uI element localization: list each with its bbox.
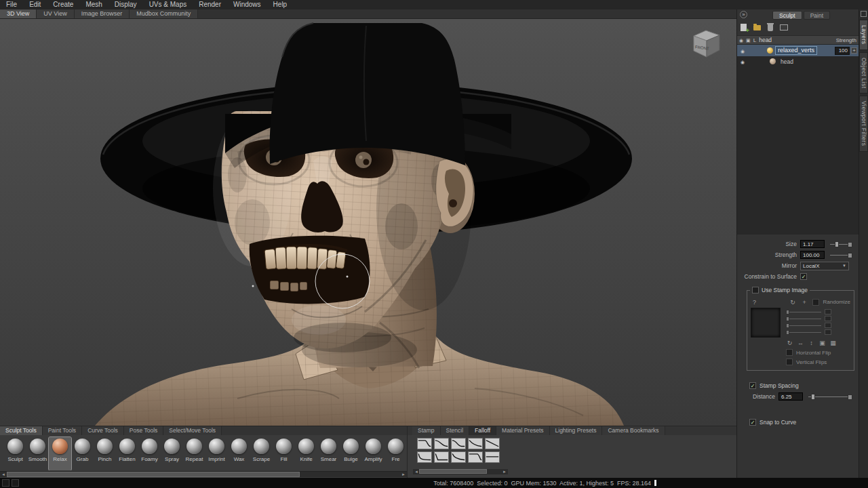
random-slider[interactable] bbox=[786, 323, 821, 328]
add-stamp-icon[interactable] bbox=[801, 299, 808, 306]
tool-smooth[interactable]: Smooth bbox=[26, 437, 49, 470]
folder-icon[interactable] bbox=[753, 25, 761, 30]
use-stamp-image-checkbox[interactable] bbox=[752, 287, 759, 293]
menu-file[interactable]: File bbox=[0, 0, 23, 9]
tool-knife[interactable]: Knife bbox=[295, 437, 317, 470]
layer-row-relaxed-verts[interactable]: relaxed_verts 100 bbox=[737, 45, 859, 56]
delete-layer-icon[interactable] bbox=[768, 24, 773, 31]
falloff-scrollbar[interactable] bbox=[413, 469, 508, 474]
constrain-to-surface-checkbox[interactable] bbox=[800, 273, 807, 280]
size-input[interactable]: 1.17 bbox=[800, 240, 825, 248]
tool-smear[interactable]: Smear bbox=[317, 437, 340, 470]
strength-slider[interactable] bbox=[830, 251, 850, 258]
panel-tab-object-list[interactable]: Object List bbox=[859, 52, 868, 94]
menu-create[interactable]: Create bbox=[47, 0, 79, 9]
mesh-name[interactable]: head bbox=[778, 58, 795, 65]
preset-tab-camera-bookmarks[interactable]: Camera Bookmarks bbox=[602, 426, 665, 435]
scroll-right-icon[interactable] bbox=[501, 469, 508, 474]
layer-row-head[interactable]: head bbox=[737, 56, 859, 66]
horizontal-flip-checkbox[interactable] bbox=[786, 349, 793, 356]
tool-tab-curve-tools[interactable]: Curve Tools bbox=[82, 426, 124, 435]
scroll-right-icon[interactable] bbox=[400, 472, 407, 477]
view-tab-mudbox-community[interactable]: Mudbox Community bbox=[130, 9, 198, 18]
menu-help[interactable]: Help bbox=[267, 0, 294, 9]
strength-input[interactable]: 100.00 bbox=[800, 251, 825, 259]
random-slider[interactable] bbox=[786, 309, 821, 314]
display-icon[interactable] bbox=[780, 24, 788, 30]
collapse-panel-button[interactable] bbox=[740, 11, 747, 18]
layer-strength-value[interactable]: 100 bbox=[835, 47, 850, 55]
menu-edit[interactable]: Edit bbox=[23, 0, 47, 9]
view-tab-uv-view[interactable]: UV View bbox=[37, 9, 74, 18]
tool-grab[interactable]: Grab bbox=[71, 437, 94, 470]
reset-stamp-icon[interactable] bbox=[786, 340, 793, 346]
falloff-preset-spike[interactable] bbox=[434, 451, 449, 463]
distance-slider[interactable] bbox=[808, 393, 850, 400]
panel-tab-layers[interactable]: Layers bbox=[859, 20, 868, 50]
menu-uvs-maps[interactable]: UVs & Maps bbox=[143, 0, 193, 9]
tile-stamp-icon[interactable] bbox=[829, 340, 837, 346]
preset-tab-stamp[interactable]: Stamp bbox=[412, 426, 441, 435]
falloff-preset-sigmoid[interactable] bbox=[451, 438, 466, 449]
help-icon[interactable] bbox=[751, 299, 758, 306]
tool-repeat[interactable]: Repeat bbox=[183, 437, 205, 470]
tool-flatten[interactable]: Flatten bbox=[116, 437, 138, 470]
layer-strength-spinner[interactable] bbox=[851, 47, 857, 54]
falloff-preset-linear[interactable] bbox=[485, 438, 500, 449]
status-left-button[interactable] bbox=[12, 479, 19, 487]
menu-mesh[interactable]: Mesh bbox=[79, 0, 108, 9]
tool-relax[interactable]: Relax bbox=[49, 437, 71, 470]
falloff-preset-late-drop[interactable] bbox=[468, 451, 483, 463]
menu-windows[interactable]: Windows bbox=[227, 0, 267, 9]
status-left-button[interactable] bbox=[2, 479, 9, 487]
copy-stamp-icon[interactable] bbox=[818, 340, 826, 346]
tool-sculpt[interactable]: Sculpt bbox=[4, 437, 26, 470]
tool-spray[interactable]: Spray bbox=[161, 437, 183, 470]
flip-vertical-icon[interactable] bbox=[808, 340, 815, 346]
scrollbar-thumb[interactable] bbox=[7, 472, 300, 477]
tool-imprint[interactable]: Imprint bbox=[205, 437, 228, 470]
tool-wax[interactable]: Wax bbox=[228, 437, 250, 470]
random-slider[interactable] bbox=[786, 316, 821, 321]
falloff-preset-ease-out[interactable] bbox=[451, 451, 466, 463]
preset-tab-falloff[interactable]: Falloff bbox=[469, 426, 496, 435]
menu-display[interactable]: Display bbox=[108, 0, 143, 9]
flip-horizontal-icon[interactable] bbox=[797, 340, 804, 346]
scroll-left-icon[interactable] bbox=[0, 472, 7, 477]
stamp-preview[interactable] bbox=[751, 308, 781, 338]
stamp-spacing-checkbox[interactable] bbox=[749, 382, 756, 389]
layer-name[interactable]: relaxed_verts bbox=[775, 46, 817, 55]
preset-tab-lighting-presets[interactable]: Lighting Presets bbox=[550, 426, 603, 435]
tool-tab-select-move-tools[interactable]: Select/Move Tools bbox=[163, 426, 222, 435]
preset-tab-material-presets[interactable]: Material Presets bbox=[496, 426, 549, 435]
tool-tab-sculpt-tools[interactable]: Sculpt Tools bbox=[0, 426, 43, 435]
falloff-preset-hold-drop[interactable] bbox=[417, 438, 432, 449]
falloff-preset-smooth-step[interactable] bbox=[434, 438, 449, 449]
size-slider[interactable] bbox=[830, 241, 850, 247]
mirror-select[interactable]: LocalX ▼ bbox=[800, 262, 849, 270]
tool-pinch[interactable]: Pinch bbox=[94, 437, 116, 470]
tool-fill[interactable]: Fill bbox=[273, 437, 295, 470]
view-tab-3d-view[interactable]: 3D View bbox=[0, 9, 37, 18]
visibility-icon[interactable] bbox=[738, 58, 747, 65]
viewport-3d[interactable]: FRONT bbox=[0, 19, 736, 426]
refresh-icon[interactable] bbox=[789, 299, 797, 306]
falloff-preset-flat[interactable] bbox=[485, 451, 500, 463]
tool-bulge[interactable]: Bulge bbox=[340, 437, 362, 470]
distance-input[interactable]: 6.25 bbox=[778, 392, 803, 401]
tool-tab-pose-tools[interactable]: Pose Tools bbox=[124, 426, 163, 435]
menu-render[interactable]: Render bbox=[193, 0, 227, 9]
panel-tab-viewport-filters[interactable]: Viewport Filters bbox=[859, 96, 868, 151]
tool-tray-scrollbar[interactable] bbox=[0, 471, 407, 477]
mode-tab-sculpt[interactable]: Sculpt bbox=[772, 11, 802, 20]
visibility-icon[interactable] bbox=[738, 47, 747, 54]
snap-to-curve-checkbox[interactable] bbox=[749, 419, 756, 426]
tool-tab-paint-tools[interactable]: Paint Tools bbox=[43, 426, 82, 435]
panel-pin-icon[interactable] bbox=[861, 11, 867, 17]
tool-amplify[interactable]: Amplify bbox=[362, 437, 384, 470]
tool-foamy[interactable]: Foamy bbox=[138, 437, 161, 470]
new-layer-icon[interactable] bbox=[741, 24, 747, 31]
falloff-preset-steep[interactable] bbox=[417, 451, 432, 463]
random-slider[interactable] bbox=[786, 329, 821, 335]
randomize-checkbox[interactable] bbox=[812, 299, 819, 306]
